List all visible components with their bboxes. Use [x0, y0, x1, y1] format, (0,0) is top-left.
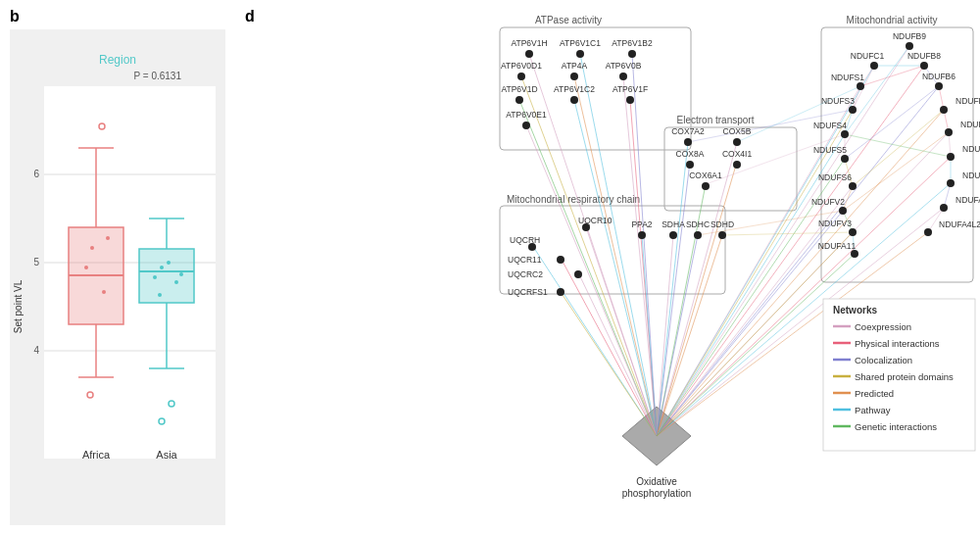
label-ndufa11: NDUFA11 [818, 241, 857, 251]
svg-point-30 [158, 293, 162, 297]
node-ndufb8 [920, 62, 928, 70]
group-label-atpase: ATPase activity [535, 15, 602, 25]
svg-line-78 [853, 110, 944, 186]
svg-point-16 [106, 236, 110, 240]
svg-point-13 [84, 266, 88, 269]
label-ndufa4l2: NDUFA4L2 [939, 219, 980, 229]
legend-genetic-label: Genetic interactions [855, 421, 937, 432]
node-ndufs5 [841, 155, 849, 163]
node-sdhc [694, 231, 702, 239]
node-atp6v1c1 [576, 50, 584, 58]
node-ndufv2 [839, 207, 847, 215]
node-ppa2 [638, 231, 646, 239]
node-uqcrc2 [574, 270, 582, 278]
label-ndufa9: NDUFA9 [962, 144, 980, 154]
panel-b: b Region P = 0.6131 Set point VL 4 [0, 0, 235, 535]
svg-line-45 [657, 162, 737, 436]
label-cox6a1: COX6A1 [689, 170, 722, 180]
label-uqcr10: UQCR10 [578, 216, 612, 225]
node-cox6a1 [702, 182, 710, 190]
label-ppa2: PPA2 [631, 219, 652, 229]
boxplot-container: Region P = 0.6131 Set point VL 4 5 6 [10, 29, 225, 525]
svg-line-63 [657, 134, 845, 436]
svg-line-69 [657, 211, 843, 436]
yaxis-label: Set point VL [13, 279, 24, 333]
label-ndufb9: NDUFB9 [893, 31, 926, 41]
group-electron [664, 127, 797, 211]
label-sdhc: SDHC [686, 219, 710, 229]
node-ndufb9 [906, 42, 913, 50]
svg-line-76 [860, 66, 924, 86]
node-ndufa8 [947, 179, 955, 187]
node-atp6v0e1 [522, 122, 530, 129]
node-atp6v1h [525, 50, 533, 58]
xlabel-asia: Asia [156, 449, 177, 461]
label-atp6v1h: ATP6V1H [511, 38, 547, 48]
boxplot-svg: Region P = 0.6131 Set point VL 4 5 6 [10, 29, 225, 525]
legend-shared-label: Shared protein domains [855, 371, 954, 382]
svg-point-15 [90, 246, 94, 250]
svg-point-28 [160, 266, 164, 269]
svg-line-50 [578, 272, 657, 436]
group-label-electron: Electron transport [677, 115, 755, 125]
panel-d: d ATPase activity Electron transport Mit… [235, 0, 980, 535]
label-ndufs6: NDUFS6 [818, 172, 852, 182]
group-label-mrc: Mitochondrial respiratory chain [507, 194, 640, 205]
ytick-5: 5 [33, 257, 39, 268]
node-ndufa9 [947, 153, 955, 161]
node-sdha [669, 231, 677, 239]
legend-coexpression-label: Coexpression [855, 321, 911, 332]
label-ndufv2: NDUFV2 [811, 197, 845, 207]
label-atp6v1f: ATP6V1F [612, 84, 648, 94]
panel-b-label: b [10, 8, 20, 25]
label-cox8a: COX8A [676, 149, 705, 159]
node-ndufa4l2 [924, 228, 932, 236]
region-label: Region [99, 53, 136, 67]
node-uqcr11 [557, 256, 564, 264]
node-ndufs1 [857, 82, 864, 90]
label-ndufs1: NDUFS1 [831, 73, 864, 82]
group-label-mito: Mitochondrial activity [847, 15, 938, 25]
svg-line-37 [623, 76, 657, 436]
label-sdha: SDHA [662, 219, 685, 229]
label-ndufb2: NDUFB2 [956, 96, 980, 106]
node-ndufb6 [935, 82, 943, 90]
legend-title: Networks [833, 305, 877, 316]
ytick-6: 6 [33, 169, 39, 179]
svg-point-27 [174, 280, 178, 284]
label-sdhd: SDHD [710, 219, 734, 229]
label-cox7a2: COX7A2 [671, 126, 705, 136]
ytick-4: 4 [33, 345, 39, 356]
svg-point-29 [179, 272, 183, 276]
node-atp6v1c2 [570, 96, 578, 104]
node-ndufa11 [851, 250, 858, 258]
label-ndufs4: NDUFS4 [813, 121, 847, 130]
legend-coloc-label: Colocalization [855, 355, 912, 365]
svg-point-26 [167, 261, 171, 265]
label-atp6v1b2: ATP6V1B2 [612, 38, 653, 48]
node-cox4i1 [733, 161, 741, 169]
label-cox4i1: COX4I1 [722, 149, 753, 159]
svg-point-25 [153, 275, 157, 279]
label-ndufc1: NDUFC1 [851, 51, 885, 61]
node-atp4a [570, 73, 578, 80]
node-sdhd [718, 231, 726, 239]
svg-line-36 [574, 76, 657, 436]
label-cox5b: COX5B [723, 126, 752, 136]
node-ndufa6 [940, 204, 948, 212]
network-svg: ATPase activity Electron transport Mitoc… [235, 0, 980, 535]
label-atp6v1d: ATP6V1D [501, 84, 537, 94]
pvalue-label: P = 0.6131 [134, 71, 182, 81]
node-ndufs4 [841, 130, 849, 138]
svg-line-34 [632, 54, 657, 436]
label-uqcrfs1: UQCRFS1 [508, 287, 548, 297]
node-ndufs3 [849, 106, 857, 114]
label-atp4a: ATP4A [562, 61, 588, 71]
svg-point-14 [102, 290, 106, 294]
label-uqcr11: UQCR11 [508, 255, 542, 265]
legend-predicted-label: Predicted [855, 388, 894, 399]
node-uqcrfs1 [557, 288, 564, 296]
panel-d-label: d [245, 8, 255, 25]
label-atp6v1c1: ATP6V1C1 [560, 38, 601, 48]
label-ndufb8: NDUFB8 [907, 51, 941, 61]
